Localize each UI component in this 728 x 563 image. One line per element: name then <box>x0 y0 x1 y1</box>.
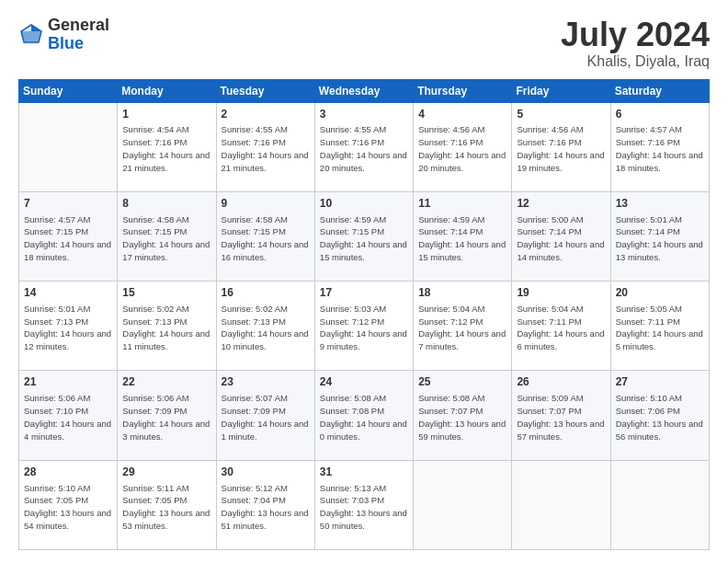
day-number: 13 <box>616 196 704 212</box>
day-cell: 24Sunrise: 5:08 AMSunset: 7:08 PMDayligh… <box>314 371 413 460</box>
day-info: Sunrise: 5:02 AMSunset: 7:13 PMDaylight:… <box>222 303 310 353</box>
day-cell: 19Sunrise: 5:04 AMSunset: 7:11 PMDayligh… <box>512 282 610 371</box>
day-cell: 2Sunrise: 4:55 AMSunset: 7:16 PMDaylight… <box>216 102 314 191</box>
day-cell: 18Sunrise: 5:04 AMSunset: 7:12 PMDayligh… <box>414 282 512 371</box>
day-cell: 17Sunrise: 5:03 AMSunset: 7:12 PMDayligh… <box>314 282 413 371</box>
day-cell <box>610 460 709 549</box>
day-cell: 30Sunrise: 5:12 AMSunset: 7:04 PMDayligh… <box>216 460 314 549</box>
day-info: Sunrise: 4:58 AMSunset: 7:15 PMDaylight:… <box>222 213 310 264</box>
weekday-header-sunday: Sunday <box>19 79 118 102</box>
day-info: Sunrise: 4:55 AMSunset: 7:16 PMDaylight:… <box>222 123 310 174</box>
day-cell: 13Sunrise: 5:01 AMSunset: 7:14 PMDayligh… <box>610 191 709 281</box>
day-info: Sunrise: 5:02 AMSunset: 7:13 PMDaylight:… <box>122 303 210 353</box>
day-cell: 14Sunrise: 5:01 AMSunset: 7:13 PMDayligh… <box>19 282 118 371</box>
weekday-header-wednesday: Wednesday <box>314 79 413 102</box>
day-number: 18 <box>418 285 506 301</box>
day-number: 29 <box>122 465 210 480</box>
day-number: 27 <box>616 374 704 390</box>
day-cell: 8Sunrise: 4:58 AMSunset: 7:15 PMDaylight… <box>118 191 216 281</box>
day-info: Sunrise: 4:55 AMSunset: 7:16 PMDaylight:… <box>320 123 408 174</box>
title-block: July 2024 Khalis, Diyala, Iraq <box>561 17 710 70</box>
day-number: 19 <box>517 285 605 301</box>
day-cell: 28Sunrise: 5:10 AMSunset: 7:05 PMDayligh… <box>19 460 118 549</box>
day-info: Sunrise: 5:04 AMSunset: 7:12 PMDaylight:… <box>418 303 506 353</box>
day-number: 23 <box>222 374 310 390</box>
week-row-2: 7Sunrise: 4:57 AMSunset: 7:15 PMDaylight… <box>19 191 710 281</box>
day-info: Sunrise: 5:07 AMSunset: 7:09 PMDaylight:… <box>222 392 310 442</box>
day-number: 10 <box>320 196 408 212</box>
weekday-header-saturday: Saturday <box>610 79 709 102</box>
day-info: Sunrise: 5:10 AMSunset: 7:05 PMDaylight:… <box>24 482 112 533</box>
day-number: 14 <box>24 285 112 301</box>
day-info: Sunrise: 5:06 AMSunset: 7:09 PMDaylight:… <box>122 392 210 442</box>
weekday-header-friday: Friday <box>512 79 610 102</box>
day-info: Sunrise: 5:01 AMSunset: 7:14 PMDaylight:… <box>616 213 704 264</box>
day-number: 8 <box>122 196 210 212</box>
day-cell: 3Sunrise: 4:55 AMSunset: 7:16 PMDaylight… <box>314 102 413 191</box>
day-number: 21 <box>24 374 112 390</box>
day-number: 4 <box>418 107 506 122</box>
logo-text: General Blue <box>48 17 109 53</box>
day-number: 22 <box>122 374 210 390</box>
day-info: Sunrise: 5:11 AMSunset: 7:05 PMDaylight:… <box>122 482 210 533</box>
day-cell: 16Sunrise: 5:02 AMSunset: 7:13 PMDayligh… <box>216 282 314 371</box>
day-cell: 11Sunrise: 4:59 AMSunset: 7:14 PMDayligh… <box>414 191 512 281</box>
day-cell: 22Sunrise: 5:06 AMSunset: 7:09 PMDayligh… <box>118 371 216 460</box>
day-number: 7 <box>24 196 112 212</box>
weekday-header-tuesday: Tuesday <box>216 79 314 102</box>
header: General Blue July 2024 Khalis, Diyala, I… <box>18 17 710 70</box>
week-row-1: 1Sunrise: 4:54 AMSunset: 7:16 PMDaylight… <box>19 102 710 191</box>
day-number: 9 <box>222 196 310 212</box>
calendar-page: General Blue July 2024 Khalis, Diyala, I… <box>0 0 728 563</box>
day-cell: 25Sunrise: 5:08 AMSunset: 7:07 PMDayligh… <box>414 371 512 460</box>
logo: General Blue <box>18 17 109 53</box>
weekday-header-monday: Monday <box>118 79 216 102</box>
week-row-3: 14Sunrise: 5:01 AMSunset: 7:13 PMDayligh… <box>19 282 710 371</box>
day-info: Sunrise: 4:54 AMSunset: 7:16 PMDaylight:… <box>122 123 210 174</box>
day-info: Sunrise: 5:08 AMSunset: 7:07 PMDaylight:… <box>418 392 506 442</box>
day-cell: 23Sunrise: 5:07 AMSunset: 7:09 PMDayligh… <box>216 371 314 460</box>
day-number: 3 <box>320 107 408 122</box>
calendar-table: SundayMondayTuesdayWednesdayThursdayFrid… <box>18 79 710 550</box>
logo-icon <box>18 22 44 48</box>
day-info: Sunrise: 5:08 AMSunset: 7:08 PMDaylight:… <box>320 392 408 442</box>
day-number: 31 <box>320 465 408 480</box>
day-info: Sunrise: 5:01 AMSunset: 7:13 PMDaylight:… <box>24 303 112 353</box>
day-cell: 15Sunrise: 5:02 AMSunset: 7:13 PMDayligh… <box>118 282 216 371</box>
day-number: 17 <box>320 285 408 301</box>
day-info: Sunrise: 4:58 AMSunset: 7:15 PMDaylight:… <box>122 213 210 264</box>
day-cell <box>19 102 118 191</box>
day-cell <box>414 460 512 549</box>
day-number: 30 <box>222 465 310 480</box>
day-info: Sunrise: 4:57 AMSunset: 7:16 PMDaylight:… <box>616 123 704 174</box>
day-info: Sunrise: 4:59 AMSunset: 7:14 PMDaylight:… <box>418 213 506 264</box>
weekday-header-row: SundayMondayTuesdayWednesdayThursdayFrid… <box>19 79 710 102</box>
day-number: 1 <box>122 107 210 122</box>
day-number: 12 <box>517 196 605 212</box>
day-number: 11 <box>418 196 506 212</box>
day-number: 24 <box>320 374 408 390</box>
day-cell <box>512 460 610 549</box>
day-cell: 31Sunrise: 5:13 AMSunset: 7:03 PMDayligh… <box>314 460 413 549</box>
day-cell: 10Sunrise: 4:59 AMSunset: 7:15 PMDayligh… <box>314 191 413 281</box>
day-info: Sunrise: 5:06 AMSunset: 7:10 PMDaylight:… <box>24 392 112 442</box>
day-cell: 12Sunrise: 5:00 AMSunset: 7:14 PMDayligh… <box>512 191 610 281</box>
day-info: Sunrise: 4:57 AMSunset: 7:15 PMDaylight:… <box>24 213 112 264</box>
day-cell: 21Sunrise: 5:06 AMSunset: 7:10 PMDayligh… <box>19 371 118 460</box>
week-row-5: 28Sunrise: 5:10 AMSunset: 7:05 PMDayligh… <box>19 460 710 549</box>
day-cell: 20Sunrise: 5:05 AMSunset: 7:11 PMDayligh… <box>610 282 709 371</box>
title-month: July 2024 <box>561 17 710 53</box>
day-info: Sunrise: 5:10 AMSunset: 7:06 PMDaylight:… <box>616 392 704 442</box>
day-cell: 4Sunrise: 4:56 AMSunset: 7:16 PMDaylight… <box>414 102 512 191</box>
day-cell: 27Sunrise: 5:10 AMSunset: 7:06 PMDayligh… <box>610 371 709 460</box>
day-cell: 1Sunrise: 4:54 AMSunset: 7:16 PMDaylight… <box>118 102 216 191</box>
day-info: Sunrise: 5:05 AMSunset: 7:11 PMDaylight:… <box>616 303 704 353</box>
day-number: 5 <box>517 107 605 122</box>
day-info: Sunrise: 4:56 AMSunset: 7:16 PMDaylight:… <box>418 123 506 174</box>
day-cell: 9Sunrise: 4:58 AMSunset: 7:15 PMDaylight… <box>216 191 314 281</box>
day-info: Sunrise: 4:59 AMSunset: 7:15 PMDaylight:… <box>320 213 408 264</box>
day-info: Sunrise: 5:12 AMSunset: 7:04 PMDaylight:… <box>222 482 310 533</box>
day-number: 26 <box>517 374 605 390</box>
weekday-header-thursday: Thursday <box>414 79 512 102</box>
title-location: Khalis, Diyala, Iraq <box>561 53 710 70</box>
